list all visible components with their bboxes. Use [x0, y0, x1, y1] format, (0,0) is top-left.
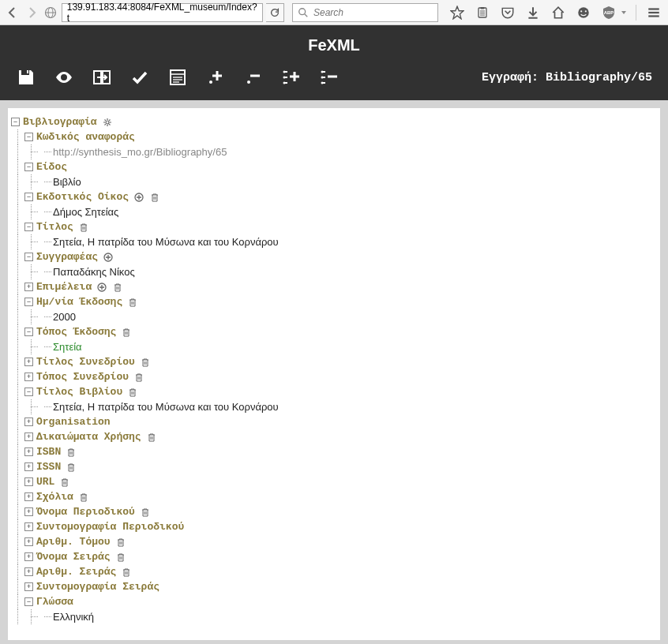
field-label[interactable]: ISBN — [36, 446, 61, 458]
field-label[interactable]: Τόπος Συνεδρίου — [36, 371, 129, 383]
field-value[interactable]: Σητεία, Η πατρίδα του Μύσωνα και του Κορ… — [53, 236, 279, 248]
field-label[interactable]: URL — [36, 476, 54, 488]
smiley-icon[interactable] — [574, 3, 593, 22]
abp-icon[interactable]: ABP — [599, 3, 618, 22]
expand-toggle[interactable]: + — [24, 567, 33, 576]
add-node-button[interactable] — [205, 67, 226, 88]
field-label[interactable]: Όνομα Σειράς — [36, 551, 111, 563]
expand-toggle[interactable]: + — [24, 477, 33, 486]
trash-icon[interactable] — [140, 507, 151, 518]
clipboard-icon[interactable] — [473, 3, 492, 22]
field-value[interactable]: http://synthesis_mo.gr/Bibliography/65 — [53, 146, 227, 158]
add-icon[interactable] — [96, 282, 107, 293]
field-label[interactable]: Συγγραφέας — [36, 251, 98, 263]
field-label[interactable]: Σχόλια — [36, 491, 73, 503]
field-label[interactable]: ISSN — [36, 461, 61, 473]
expand-toggle[interactable]: + — [24, 582, 33, 591]
field-value[interactable]: Σητεία, Η πατρίδα του Μύσωνα και του Κορ… — [53, 401, 279, 413]
search-input[interactable] — [313, 7, 433, 18]
expand-toggle[interactable]: + — [24, 492, 33, 501]
trash-icon[interactable] — [127, 297, 138, 308]
expand-toggle[interactable]: + — [24, 537, 33, 546]
collapse-toggle[interactable]: − — [11, 118, 20, 126]
add-icon[interactable] — [103, 252, 114, 263]
trash-icon[interactable] — [78, 222, 89, 233]
expand-toggle[interactable]: + — [24, 283, 33, 291]
field-value[interactable]: Βιβλίο — [53, 176, 81, 188]
field-label[interactable]: Συντομογραφία Περιοδικού — [36, 521, 184, 533]
field-label[interactable]: Τίτλος — [36, 221, 73, 233]
collapse-toggle[interactable]: − — [24, 388, 33, 396]
field-label[interactable]: Δικαιώματα Χρήσης — [36, 431, 141, 443]
trash-icon[interactable] — [115, 552, 126, 563]
download-icon[interactable] — [524, 3, 542, 22]
field-label[interactable]: Τίτλος Βιβλίου — [36, 386, 122, 398]
collapse-toggle[interactable]: − — [24, 597, 33, 606]
collapse-toggle[interactable]: − — [24, 223, 33, 231]
gear-icon[interactable] — [102, 117, 113, 128]
field-label[interactable]: Τόπος Έκδοσης — [36, 326, 116, 338]
expand-toggle[interactable]: + — [24, 462, 33, 471]
trash-icon[interactable] — [140, 357, 151, 368]
collapse-all-button[interactable] — [319, 67, 340, 88]
trash-icon[interactable] — [112, 282, 123, 293]
expand-toggle[interactable]: + — [24, 432, 33, 441]
trash-icon[interactable] — [149, 192, 160, 203]
search-bar[interactable] — [292, 3, 438, 22]
trash-icon[interactable] — [78, 492, 89, 503]
collapse-toggle[interactable]: − — [24, 328, 33, 336]
expand-toggle[interactable]: + — [24, 522, 33, 531]
field-value[interactable]: Δήμος Σητείας — [53, 206, 118, 218]
abp-dropdown-icon[interactable] — [620, 3, 628, 22]
menu-icon[interactable] — [644, 3, 663, 22]
expand-toggle[interactable]: + — [24, 358, 33, 366]
field-label[interactable]: Αριθμ. Τόμου — [36, 536, 111, 548]
reload-button[interactable] — [266, 3, 284, 22]
remove-node-button[interactable] — [243, 67, 264, 88]
field-label[interactable]: Επιμέλεια — [36, 281, 92, 293]
trash-icon[interactable] — [115, 537, 126, 548]
save-button[interactable] — [16, 67, 36, 88]
trash-icon[interactable] — [146, 432, 157, 443]
field-label[interactable]: Αριθμ. Σειράς — [36, 566, 116, 578]
expand-all-button[interactable] — [281, 67, 302, 88]
add-icon[interactable] — [133, 192, 144, 203]
home-icon[interactable] — [549, 3, 568, 22]
preview-button[interactable] — [54, 67, 74, 88]
forward-button[interactable] — [24, 3, 39, 22]
trash-icon[interactable] — [133, 372, 144, 383]
validate-button[interactable] — [129, 67, 150, 88]
field-label[interactable]: Εκδοτικός Οίκος — [36, 191, 129, 203]
url-bar[interactable]: 139.91.183.44:8084/FeXML_museum/Index?t — [62, 3, 263, 22]
expand-toggle[interactable]: + — [24, 552, 33, 561]
field-label[interactable]: Organisation — [36, 416, 111, 428]
collapse-toggle[interactable]: − — [24, 163, 33, 171]
field-value[interactable]: Ελληνική — [53, 611, 94, 623]
expand-toggle[interactable]: + — [24, 417, 33, 426]
field-value[interactable]: Παπαδάκης Νίκος — [53, 266, 135, 278]
collapse-toggle[interactable]: − — [24, 193, 33, 201]
field-label[interactable]: Ημ/νία Έκδοσης — [36, 296, 122, 308]
trash-icon[interactable] — [66, 447, 77, 458]
trash-icon[interactable] — [59, 477, 70, 488]
trash-icon[interactable] — [127, 387, 138, 398]
trash-icon[interactable] — [121, 567, 132, 578]
collapse-toggle[interactable]: − — [24, 253, 33, 261]
form-button[interactable] — [167, 67, 188, 88]
collapse-toggle[interactable]: − — [24, 298, 33, 306]
field-label[interactable]: Τίτλος Συνεδρίου — [36, 356, 135, 368]
collapse-toggle[interactable]: − — [24, 133, 33, 141]
expand-toggle[interactable]: + — [24, 373, 33, 381]
field-label[interactable]: Συντομογραφία Σειράς — [36, 581, 159, 593]
field-label[interactable]: Βιβλιογραφία — [23, 116, 97, 128]
field-value[interactable]: Σητεία — [53, 341, 82, 353]
expand-toggle[interactable]: + — [24, 507, 33, 516]
field-label[interactable]: Κωδικός αναφοράς — [36, 131, 135, 143]
trash-icon[interactable] — [121, 327, 132, 338]
field-label[interactable]: Όνομα Περιοδικού — [36, 506, 135, 518]
trash-icon[interactable] — [66, 462, 77, 473]
back-button[interactable] — [5, 3, 21, 22]
field-label[interactable]: Είδος — [36, 161, 67, 173]
field-value[interactable]: 2000 — [53, 311, 76, 323]
field-label[interactable]: Γλώσσα — [36, 596, 73, 608]
